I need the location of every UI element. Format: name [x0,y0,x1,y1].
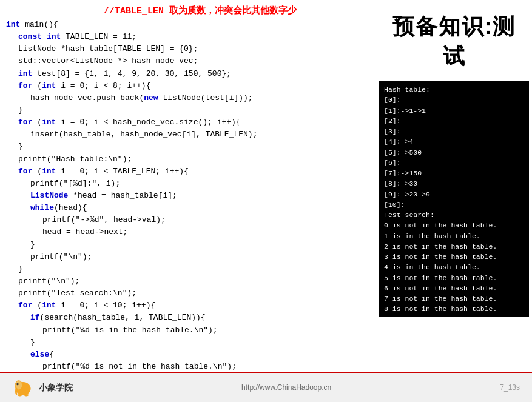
code-token: printf("->%d", head->val); [42,215,166,224]
code-line: head = head->next; [6,226,370,238]
code-token: i = 0; i < 8; i++){ [56,81,150,90]
code-line: std::vector<ListNode *> hash_node_vec; [6,55,370,67]
code-token: (head){ [54,203,87,212]
logo-name: 小象学院 [39,383,73,393]
code-line: for (int i = 0; i < hash_node_vec.size()… [6,116,370,129]
terminal-line: Hash table: [384,84,524,95]
code-line: ListNode *hash_table[TABLE_LEN] = {0}; [6,43,370,55]
terminal-line: [0]: [384,95,524,105]
code-line: printf("->%d", head->val); [6,214,370,226]
code-token: *head = hash_table[i]; [68,191,177,200]
title-zh: 预备知识:测试 [376,0,532,78]
code-line: int main(){ [6,19,370,31]
code-block: int main(){const int TABLE_LEN = 11;List… [6,19,370,402]
terminal-line: 4 is in the hash table. [384,262,524,272]
code-line: hash_node_vec.push_back(new ListNode(tes… [6,92,370,104]
terminal-line: [7]:->150 [384,168,524,178]
code-token: } [30,240,35,249]
code-token: ( [32,167,42,176]
code-line: } [6,141,370,153]
code-token: int [42,301,56,310]
code-token: insert(hash_table, hash_node_vec[i], TAB… [30,130,257,139]
code-token: while [30,203,54,212]
terminal-line: 3 is not in the hash table. [384,252,524,262]
code-token: } [18,142,23,151]
code-token: if [30,313,40,322]
code-token: int [42,167,56,176]
code-token: int [42,81,56,90]
code-token: int [6,20,20,29]
terminal-line: [1]:->1->1 [384,106,524,116]
elephant-icon [12,377,34,398]
code-token: ListNode(test[i])); [158,93,253,102]
terminal-line: [6]: [384,158,524,168]
terminal-line: [9]:->20->9 [384,189,524,199]
code-token: ( [32,301,42,310]
logo-url: http://www.ChinaHadoop.cn [241,383,331,392]
code-token: int [42,118,56,127]
code-line: for (int i = 0; i < 8; i++){ [6,80,370,92]
terminal-line: 8 is not in the hash table. [384,304,524,314]
code-line: printf("Hash table:\n"); [6,153,370,166]
code-token: std::vector<ListNode *> hash_node_vec; [18,56,198,65]
code-token: TABLE_LEN = 11; [61,32,136,41]
code-line: printf("Test search:\n"); [6,287,370,300]
terminal-line: 6 is not in the hash table. [384,283,524,293]
slide-number: 7_13s [500,383,520,392]
code-token: for [18,118,32,127]
code-line: for (int i = 0; i < TABLE_LEN; i++){ [6,166,370,178]
terminal-line: [10]: [384,199,524,210]
code-line: if(search(hash_table, i, TABLE_LEN)){ [6,312,370,324]
code-token: else [30,350,49,359]
code-token: for [18,301,32,310]
terminal-line: 7 is not in the hash table. [384,293,524,304]
code-token: i = 0; i < hash_node_vec.size(); i++){ [56,118,240,127]
right-area: 预备知识:测试 Hash table:[0]:[1]:->1->1[2]:[3]… [376,0,532,402]
code-token: } [30,338,35,347]
code-token [42,32,47,41]
code-token: head = head->next; [42,227,127,236]
svg-point-4 [18,383,18,384]
title-comment: //TABLE_LEN 取为质数，冲突会比其他数字少 [6,5,370,16]
code-line: } [6,263,370,275]
terminal-line: 0 is not in the hash table. [384,220,524,230]
terminal-line: 2 is not in the hash table. [384,241,524,252]
code-line: const int TABLE_LEN = 11; [6,31,370,43]
code-token: } [18,106,23,115]
code-token: for [18,167,32,176]
code-line: } [6,104,370,116]
code-line: else{ [6,349,370,361]
code-token: hash_node_vec.push_back( [30,93,144,102]
terminal-line: [2]: [384,116,524,126]
code-token: int [47,32,61,41]
code-token: ( [32,118,42,127]
code-line: ListNode *head = hash_table[i]; [6,190,370,202]
terminal: Hash table:[0]:[1]:->1->1[2]:[3]:[4]:->4… [379,81,529,317]
code-token: const [18,32,42,41]
terminal-line: 1 is in the hash table. [384,231,524,241]
code-line: for (int i = 0; i < 10; i++){ [6,300,370,312]
logo-area: 小象学院 [12,377,73,398]
code-token: ListNode *hash_table[TABLE_LEN] = {0}; [18,44,198,53]
code-token: printf("%d is not in the hash table.\n")… [42,362,237,371]
terminal-line: Test search: [384,210,524,220]
terminal-line: [5]:->500 [384,147,524,158]
code-line: } [6,239,370,251]
code-line: int test[8] = {1, 1, 4, 9, 20, 30, 150, … [6,68,370,80]
code-token: printf("\n"); [30,252,92,261]
bottom-bar: 小象学院 http://www.ChinaHadoop.cn 7_13s [0,372,532,402]
code-token: printf("[%d]:", i); [30,179,120,188]
code-token: ListNode [30,191,68,200]
code-token: i = 0; i < 10; i++){ [56,301,155,310]
code-token: test[8] = {1, 1, 4, 9, 20, 30, 150, 500}… [32,69,231,78]
terminal-line: 9 is in the hash table. [384,315,524,318]
code-token: printf("Hash table:\n"); [18,155,132,164]
svg-point-6 [24,394,29,397]
code-line: insert(hash_table, hash_node_vec[i], TAB… [6,129,370,141]
code-token: printf("\n"); [18,276,79,286]
code-token: (search(hash_table, i, TABLE_LEN)){ [40,313,206,322]
code-area: //TABLE_LEN 取为质数，冲突会比其他数字少 int main(){co… [0,0,376,402]
code-token: main(){ [20,20,58,29]
code-token: int [18,69,32,78]
code-token: { [49,350,54,359]
